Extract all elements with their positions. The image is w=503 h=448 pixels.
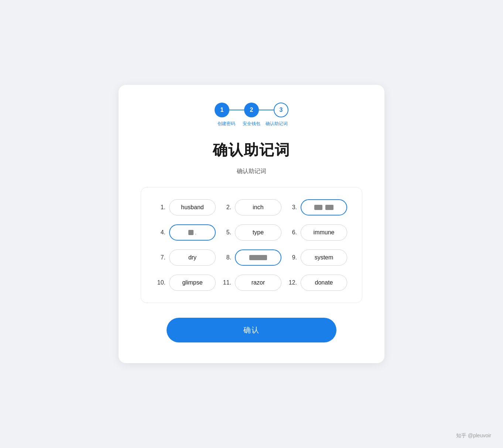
cursor-4: ,: [195, 229, 196, 236]
word-number-6: 6.: [287, 229, 297, 236]
step-1-label: 创建密码: [215, 121, 237, 127]
word-number-7: 7.: [156, 254, 165, 261]
word-number-1: 1.: [156, 204, 165, 211]
confirm-button[interactable]: 确认: [167, 318, 336, 342]
redacted-block-8: [249, 255, 267, 260]
word-number-11: 11.: [222, 279, 231, 286]
word-number-10: 10.: [156, 279, 165, 286]
word-grid: 1. husband 2. inch 3. 4.: [156, 199, 347, 291]
step-3-circle: 3: [274, 103, 288, 117]
step-line-1: [229, 110, 244, 110]
word-item-5: 5. type: [222, 224, 281, 241]
word-number-4: 4.: [156, 229, 165, 236]
word-pill-9[interactable]: system: [301, 249, 347, 266]
redacted-block-4: [188, 230, 194, 235]
stepper-circles: 1 2 3: [215, 103, 288, 117]
redacted-block-3b: [325, 205, 333, 210]
word-pill-6[interactable]: immune: [301, 224, 347, 241]
word-item-10: 10. glimpse: [156, 275, 216, 291]
word-item-9: 9. system: [287, 249, 347, 266]
stepper-labels: 创建密码 安全钱包 确认助记词: [215, 121, 288, 127]
word-item-2: 2. inch: [222, 199, 281, 216]
word-item-1: 1. husband: [156, 199, 216, 216]
step-1-circle: 1: [215, 103, 229, 117]
word-number-9: 9.: [287, 254, 297, 261]
word-grid-container: 1. husband 2. inch 3. 4.: [141, 187, 362, 303]
word-number-5: 5.: [222, 229, 231, 236]
word-pill-7[interactable]: dry: [169, 249, 216, 266]
word-pill-3[interactable]: [301, 199, 347, 216]
step-2-label: 安全钱包: [240, 121, 263, 127]
word-number-3: 3.: [287, 204, 297, 211]
word-item-3: 3.: [287, 199, 347, 216]
word-pill-5[interactable]: type: [235, 224, 281, 241]
main-card: 1 2 3 创建密码 安全钱包 确认助记词 确认助记词 确认助记词 1. hus…: [119, 85, 384, 363]
word-pill-4[interactable]: ,: [169, 224, 216, 241]
word-item-6: 6. immune: [287, 224, 347, 241]
word-number-12: 12.: [287, 279, 297, 286]
word-number-2: 2.: [222, 204, 231, 211]
word-number-8: 8.: [222, 254, 231, 261]
watermark: 知乎 @pleuvoir: [456, 433, 491, 439]
word-pill-2[interactable]: inch: [235, 199, 281, 216]
step-2-circle: 2: [244, 103, 259, 117]
stepper: 1 2 3 创建密码 安全钱包 确认助记词: [141, 103, 362, 127]
sub-title: 确认助记词: [141, 168, 362, 175]
redacted-block-3a: [314, 205, 322, 210]
word-item-4: 4. ,: [156, 224, 216, 241]
word-pill-10[interactable]: glimpse: [169, 275, 216, 291]
word-pill-11[interactable]: razor: [235, 275, 281, 291]
word-item-12: 12. donate: [287, 275, 347, 291]
word-item-8: 8.: [222, 249, 281, 266]
word-pill-12[interactable]: donate: [301, 275, 347, 291]
step-line-2: [259, 110, 274, 110]
word-pill-1[interactable]: husband: [169, 199, 216, 216]
step-3-label: 确认助记词: [266, 121, 288, 127]
word-item-11: 11. razor: [222, 275, 281, 291]
word-pill-8[interactable]: [235, 249, 281, 266]
word-item-7: 7. dry: [156, 249, 216, 266]
page-title: 确认助记词: [141, 140, 362, 160]
